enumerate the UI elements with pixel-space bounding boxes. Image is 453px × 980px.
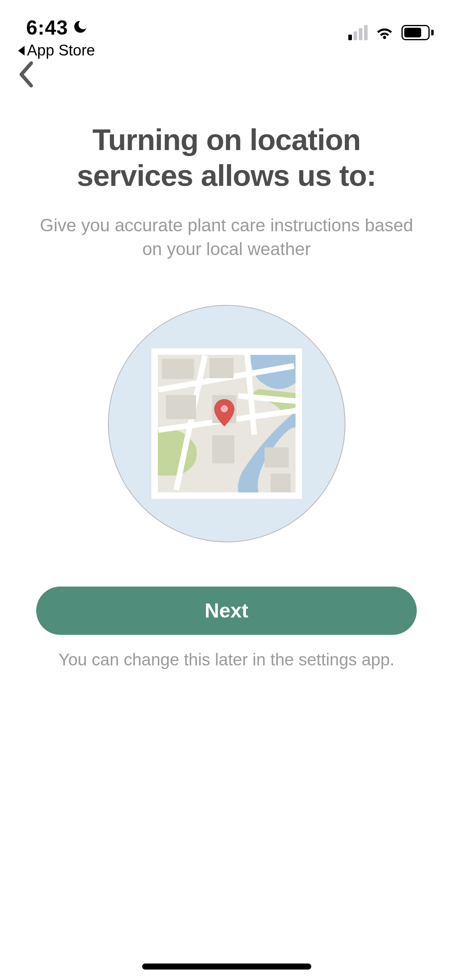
location-illustration	[108, 305, 345, 542]
back-triangle-icon	[18, 46, 25, 56]
page-heading: Turning on location services allows us t…	[36, 122, 417, 194]
main-content: Turning on location services allows us t…	[0, 90, 453, 669]
moon-icon	[73, 19, 89, 37]
svg-rect-7	[166, 395, 196, 419]
footer-note: You can change this later in the setting…	[36, 650, 417, 669]
svg-rect-5	[162, 359, 194, 379]
back-to-app-text: App Store	[27, 42, 95, 59]
home-indicator[interactable]	[142, 964, 311, 970]
svg-point-12	[221, 405, 228, 412]
svg-rect-6	[209, 358, 234, 378]
next-button-label: Next	[205, 599, 248, 622]
wifi-icon	[375, 24, 394, 41]
svg-rect-11	[271, 474, 291, 492]
status-time: 6:43	[26, 16, 68, 39]
status-left: 6:43 App Store	[26, 16, 95, 59]
svg-rect-9	[212, 435, 234, 463]
page-subheading: Give you accurate plant care instruction…	[36, 213, 417, 261]
svg-rect-10	[265, 447, 289, 467]
status-right	[348, 24, 433, 41]
battery-icon	[401, 25, 433, 40]
status-bar: 6:43 App Store	[0, 0, 453, 48]
cellular-signal-icon	[348, 25, 368, 40]
back-to-app-link[interactable]: App Store	[18, 42, 95, 59]
map-illustration-icon	[158, 355, 296, 492]
next-button[interactable]: Next	[36, 587, 417, 635]
back-button[interactable]	[18, 83, 36, 90]
